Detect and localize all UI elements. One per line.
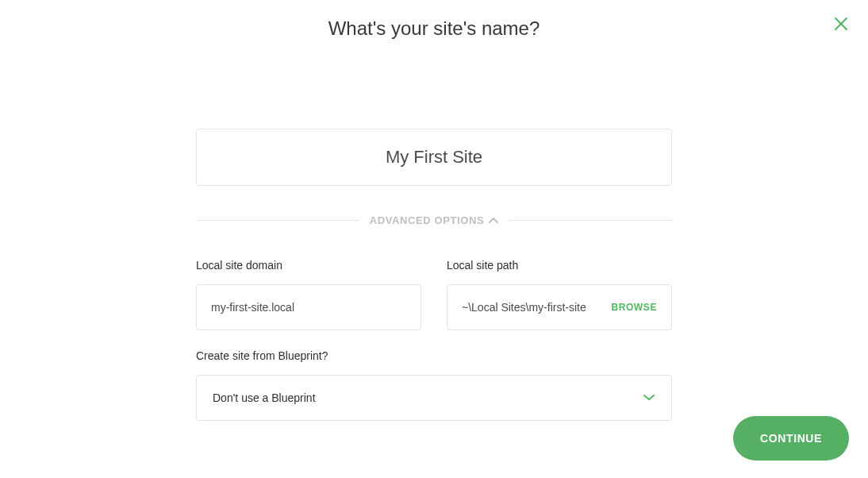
divider-line-left [196, 220, 359, 221]
chevron-up-icon [489, 213, 498, 227]
divider-line-right [509, 220, 672, 221]
page-title: What's your site's name? [0, 17, 868, 40]
path-input-row: ~\Local Sites\my-first-site BROWSE [447, 284, 672, 330]
chevron-down-icon [643, 391, 655, 405]
close-button[interactable] [833, 16, 849, 32]
advanced-options-divider: ADVANCED OPTIONS [196, 213, 672, 227]
advanced-options-label: ADVANCED OPTIONS [370, 214, 484, 226]
continue-button[interactable]: CONTINUE [733, 416, 849, 461]
site-name-input[interactable] [196, 129, 672, 186]
blueprint-field: Create site from Blueprint? Don't use a … [196, 349, 672, 421]
close-icon [833, 16, 849, 32]
path-field: Local site path ~\Local Sites\my-first-s… [447, 259, 672, 330]
path-value: ~\Local Sites\my-first-site [462, 301, 611, 314]
domain-label: Local site domain [196, 259, 421, 272]
blueprint-selected-value: Don't use a Blueprint [213, 391, 316, 404]
domain-field: Local site domain [196, 259, 421, 330]
domain-input[interactable] [196, 284, 421, 330]
form-content: ADVANCED OPTIONS Local site domain Local… [196, 129, 672, 421]
blueprint-label: Create site from Blueprint? [196, 349, 672, 362]
browse-button[interactable]: BROWSE [611, 302, 657, 313]
blueprint-select[interactable]: Don't use a Blueprint [196, 375, 672, 421]
advanced-options-toggle[interactable]: ADVANCED OPTIONS [370, 213, 498, 227]
path-label: Local site path [447, 259, 672, 272]
